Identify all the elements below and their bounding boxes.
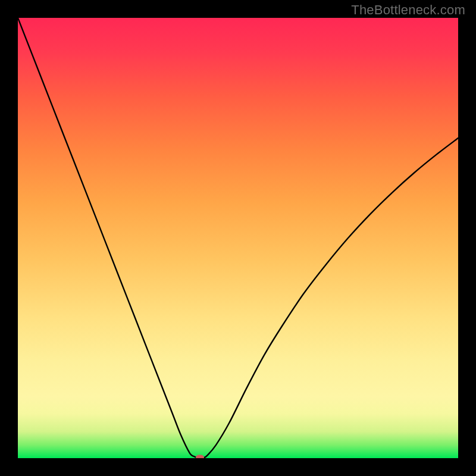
curve-svg bbox=[18, 18, 458, 458]
minimum-marker bbox=[196, 455, 204, 459]
bottleneck-curve bbox=[18, 18, 458, 458]
watermark-text: TheBottleneck.com bbox=[351, 2, 465, 18]
chart-frame: TheBottleneck.com bbox=[0, 0, 476, 476]
plot-area bbox=[18, 18, 458, 458]
